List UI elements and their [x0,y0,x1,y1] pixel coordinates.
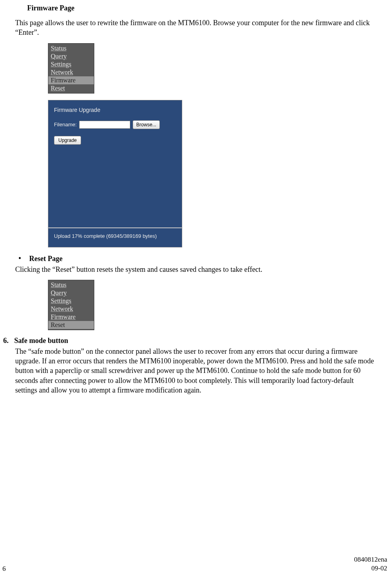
filename-input[interactable] [79,121,130,129]
panel-title: Firmware Upgrade [54,107,176,113]
nav-item-status[interactable]: Status [48,44,94,52]
nav-item-network-2[interactable]: Network [48,305,94,313]
nav-item-settings-2[interactable]: Settings [48,297,94,305]
nav-item-reset[interactable]: Reset [48,84,94,92]
upload-status: Upload 17% complete (69345/389169 bytes) [48,227,182,247]
reset-heading: Reset Page [29,255,62,263]
safemode-body: The “safe mode button” on the connector … [15,347,375,395]
doc-rev: 09-02 [371,564,387,572]
reset-body: Clicking the “Reset” button resets the s… [15,265,375,274]
nav-item-firmware[interactable]: Firmware [48,76,94,84]
nav-menu-firmware: Status Query Settings Network Firmware R… [48,43,94,94]
bullet-icon: • [18,254,21,263]
nav-item-reset-2[interactable]: Reset [48,321,94,329]
filename-label: Filename: [54,122,77,128]
nav-item-firmware-2[interactable]: Firmware [48,313,94,321]
safemode-heading: Safe mode button [14,337,68,345]
firmware-upgrade-panel: Firmware Upgrade Filename: Browse... Upg… [48,100,182,247]
page-number: 6 [2,565,6,573]
nav-item-query-2[interactable]: Query [48,289,94,297]
upgrade-button[interactable]: Upgrade [54,136,81,145]
firmware-body: This page allows the user to rewrite the… [15,18,375,38]
nav-menu-reset: Status Query Settings Network Firmware R… [48,280,94,330]
firmware-heading: Firmware Page [27,4,380,12]
nav-item-query[interactable]: Query [48,52,94,60]
section-number: 6. [3,337,9,345]
browse-button[interactable]: Browse... [133,120,160,129]
nav-item-network[interactable]: Network [48,68,94,76]
page-footer: 6 0840812ena 09-02 [0,555,392,573]
nav-item-settings[interactable]: Settings [48,60,94,68]
doc-id: 0840812ena [354,556,387,563]
nav-item-status-2[interactable]: Status [48,281,94,289]
